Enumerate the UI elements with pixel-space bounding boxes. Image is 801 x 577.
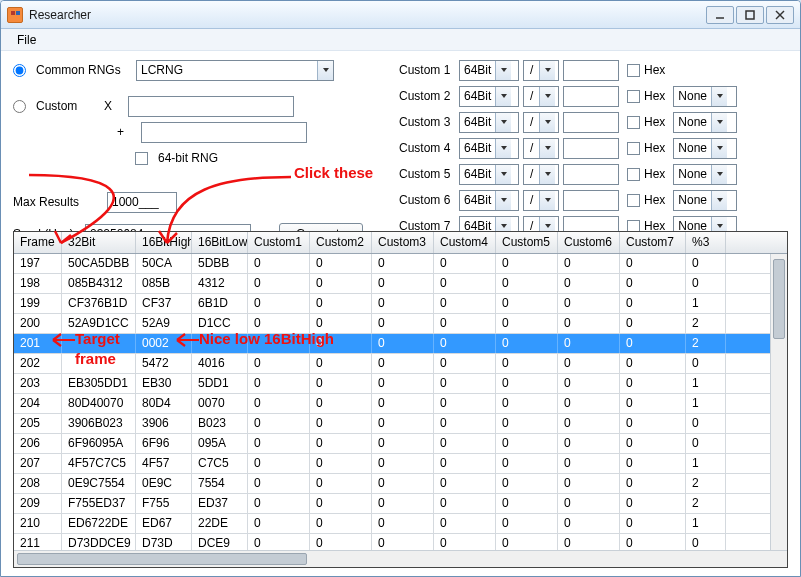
custom-none-combo[interactable]: None bbox=[673, 164, 737, 185]
custom-value-input[interactable] bbox=[563, 190, 619, 211]
custom-value-input[interactable] bbox=[563, 138, 619, 159]
horizontal-scrollbar[interactable] bbox=[14, 550, 787, 567]
column-header[interactable]: 16BitLow bbox=[192, 232, 248, 253]
table-cell: 0 bbox=[372, 394, 434, 413]
table-row[interactable]: 19750CA5DBB50CA5DBB00000000 bbox=[14, 254, 770, 274]
chevron-down-icon bbox=[711, 87, 727, 106]
table-cell: ED67 bbox=[136, 514, 192, 533]
column-header[interactable]: Custom4 bbox=[434, 232, 496, 253]
table-cell: 0 bbox=[686, 254, 726, 273]
maximize-button[interactable] bbox=[736, 6, 764, 24]
column-header[interactable]: 16BitHigh bbox=[136, 232, 192, 253]
table-cell: 0 bbox=[496, 274, 558, 293]
table-row[interactable]: 20100020000002 bbox=[14, 334, 770, 354]
hex-checkbox[interactable] bbox=[627, 90, 640, 103]
custom-none-combo[interactable]: None bbox=[673, 138, 737, 159]
table-cell: 0 bbox=[310, 394, 372, 413]
table-cell: 2 bbox=[686, 314, 726, 333]
table-row[interactable]: 20480D4007080D4007000000001 bbox=[14, 394, 770, 414]
table-cell: 0 bbox=[620, 314, 686, 333]
hex-checkbox[interactable] bbox=[627, 194, 640, 207]
table-cell: 1 bbox=[686, 394, 726, 413]
column-header[interactable]: Custom5 bbox=[496, 232, 558, 253]
custom-none-combo[interactable]: None bbox=[673, 112, 737, 133]
custom-plus-input[interactable] bbox=[141, 122, 307, 143]
table-row[interactable]: 203EB305DD1EB305DD100000001 bbox=[14, 374, 770, 394]
column-header[interactable]: Frame bbox=[14, 232, 62, 253]
sixtyfour-checkbox[interactable] bbox=[135, 152, 148, 165]
table-row[interactable]: 20052A9D1CC52A9D1CC00000002 bbox=[14, 314, 770, 334]
table-cell: 200 bbox=[14, 314, 62, 333]
chevron-down-icon bbox=[317, 61, 333, 80]
column-header[interactable]: %3 bbox=[686, 232, 726, 253]
rng-combo[interactable]: LCRNG bbox=[136, 60, 334, 81]
custom-op-combo[interactable]: / bbox=[523, 112, 559, 133]
table-row[interactable]: 211D73DDCE9D73DDCE900000000 bbox=[14, 534, 770, 550]
custom-none-combo[interactable]: None bbox=[673, 190, 737, 211]
table-cell: 0 bbox=[310, 274, 372, 293]
table-cell: 50CA bbox=[136, 254, 192, 273]
table-cell: DCE9 bbox=[192, 534, 248, 550]
custom-bit-combo[interactable]: 64Bit bbox=[459, 164, 519, 185]
custom-op-combo[interactable]: / bbox=[523, 164, 559, 185]
column-header[interactable]: Custom7 bbox=[620, 232, 686, 253]
table-row[interactable]: 209F755ED37F755ED3700000002 bbox=[14, 494, 770, 514]
custom-value-input[interactable] bbox=[563, 164, 619, 185]
vertical-scrollbar[interactable] bbox=[770, 254, 787, 550]
max-results-input[interactable] bbox=[107, 192, 177, 213]
custom-none-combo[interactable]: None bbox=[673, 86, 737, 107]
plus-label: + bbox=[117, 125, 135, 139]
column-header[interactable]: Custom6 bbox=[558, 232, 620, 253]
hex-checkbox[interactable] bbox=[627, 64, 640, 77]
table-row[interactable]: 198085B4312085B431200000000 bbox=[14, 274, 770, 294]
column-header[interactable]: Custom2 bbox=[310, 232, 372, 253]
table-cell: 0 bbox=[372, 434, 434, 453]
custom-bit-combo[interactable]: 64Bit bbox=[459, 86, 519, 107]
custom-bit-combo[interactable]: 64Bit bbox=[459, 112, 519, 133]
grid-body[interactable]: 19750CA5DBB50CA5DBB00000000198085B431208… bbox=[14, 254, 770, 550]
column-header[interactable]: Custom3 bbox=[372, 232, 434, 253]
table-cell: 204 bbox=[14, 394, 62, 413]
column-header[interactable]: Custom1 bbox=[248, 232, 310, 253]
table-row[interactable]: 199CF376B1DCF376B1D00000001 bbox=[14, 294, 770, 314]
custom-x-input[interactable] bbox=[128, 96, 294, 117]
close-button[interactable] bbox=[766, 6, 794, 24]
minimize-button[interactable] bbox=[706, 6, 734, 24]
table-row[interactable]: 2074F57C7C54F57C7C500000001 bbox=[14, 454, 770, 474]
table-row[interactable]: 2080E9C75540E9C755400000002 bbox=[14, 474, 770, 494]
hex-checkbox[interactable] bbox=[627, 142, 640, 155]
common-rngs-radio[interactable] bbox=[13, 64, 26, 77]
custom-bit-combo[interactable]: 64Bit bbox=[459, 190, 519, 211]
custom-value-input[interactable] bbox=[563, 112, 619, 133]
custom-op-combo[interactable]: / bbox=[523, 60, 559, 81]
table-row[interactable]: 2066F96095A6F96095A00000000 bbox=[14, 434, 770, 454]
custom-bit-combo[interactable]: 64Bit bbox=[459, 138, 519, 159]
table-cell: 3906 bbox=[136, 414, 192, 433]
table-cell: 207 bbox=[14, 454, 62, 473]
hex-checkbox[interactable] bbox=[627, 168, 640, 181]
table-cell: 0 bbox=[620, 514, 686, 533]
table-cell: 0E9C bbox=[136, 474, 192, 493]
table-row[interactable]: 210ED6722DEED6722DE00000001 bbox=[14, 514, 770, 534]
custom-bit-combo[interactable]: 64Bit bbox=[459, 60, 519, 81]
custom-op-combo[interactable]: / bbox=[523, 190, 559, 211]
scrollbar-thumb[interactable] bbox=[773, 259, 785, 339]
table-cell: 6F96 bbox=[136, 434, 192, 453]
column-header[interactable]: 32Bit bbox=[62, 232, 136, 253]
table-row[interactable]: 2025472401600000000 bbox=[14, 354, 770, 374]
scrollbar-thumb[interactable] bbox=[17, 553, 307, 565]
table-cell: EB305DD1 bbox=[62, 374, 136, 393]
menu-file[interactable]: File bbox=[11, 31, 42, 49]
table-cell: 0 bbox=[248, 434, 310, 453]
table-cell: 0 bbox=[372, 454, 434, 473]
custom-op-combo[interactable]: / bbox=[523, 86, 559, 107]
table-cell: 80D4 bbox=[136, 394, 192, 413]
table-cell: 0 bbox=[310, 494, 372, 513]
custom-radio[interactable] bbox=[13, 100, 26, 113]
hex-checkbox[interactable] bbox=[627, 116, 640, 129]
table-row[interactable]: 2053906B0233906B02300000000 bbox=[14, 414, 770, 434]
custom-value-input[interactable] bbox=[563, 86, 619, 107]
table-cell: 0 bbox=[310, 314, 372, 333]
custom-op-combo[interactable]: / bbox=[523, 138, 559, 159]
custom-value-input[interactable] bbox=[563, 60, 619, 81]
